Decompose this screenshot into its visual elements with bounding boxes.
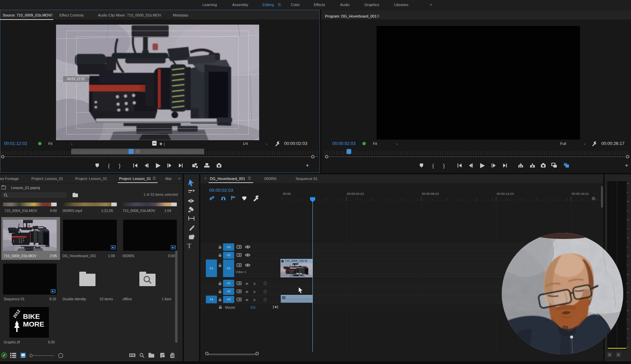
svg-text:M: M bbox=[246, 282, 248, 285]
svg-text:0,0: 0,0 bbox=[251, 306, 255, 309]
svg-text:S: S bbox=[253, 298, 255, 302]
svg-text:S: S bbox=[253, 282, 255, 285]
svg-text:{: { bbox=[432, 163, 434, 169]
svg-text:M: M bbox=[246, 290, 248, 294]
svg-text:T: T bbox=[187, 242, 191, 249]
svg-text:Master: Master bbox=[225, 306, 236, 309]
svg-text:{: { bbox=[108, 163, 110, 169]
svg-text:}: } bbox=[119, 163, 120, 169]
svg-text:M: M bbox=[246, 298, 248, 302]
svg-text:S: S bbox=[253, 290, 255, 294]
svg-text:}: } bbox=[443, 163, 445, 169]
